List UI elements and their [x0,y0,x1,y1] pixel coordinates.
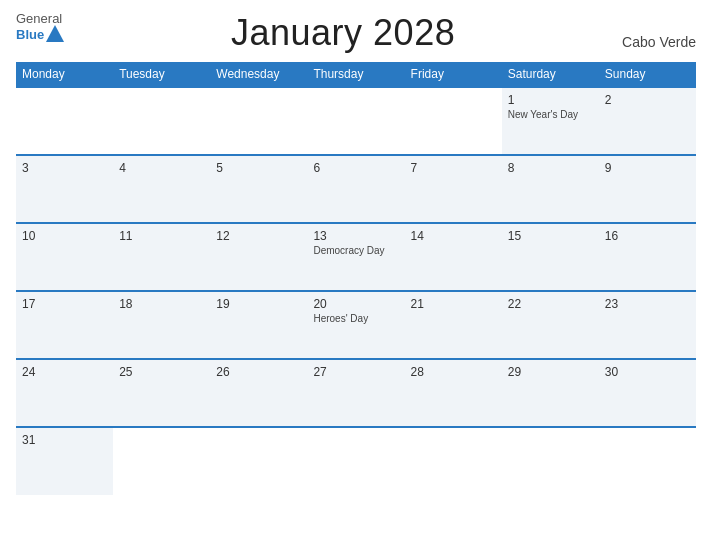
calendar-cell: 21 [405,291,502,359]
calendar-cell [405,427,502,495]
calendar-cell [502,427,599,495]
calendar-cell [307,427,404,495]
calendar-cell: 3 [16,155,113,223]
day-number: 5 [216,161,301,175]
calendar-cell [113,87,210,155]
day-number: 30 [605,365,690,379]
day-number: 21 [411,297,496,311]
day-number: 13 [313,229,398,243]
calendar-title: January 2028 [231,12,455,53]
day-number: 16 [605,229,690,243]
calendar-cell: 12 [210,223,307,291]
calendar-cell: 29 [502,359,599,427]
weekday-header: Wednesday [210,62,307,87]
weekday-header: Sunday [599,62,696,87]
calendar-cell [405,87,502,155]
calendar-cell [210,87,307,155]
calendar-cell: 10 [16,223,113,291]
weekday-header: Friday [405,62,502,87]
day-number: 19 [216,297,301,311]
day-event: New Year's Day [508,109,593,120]
calendar-cell [16,87,113,155]
day-number: 11 [119,229,204,243]
day-number: 4 [119,161,204,175]
day-number: 1 [508,93,593,107]
calendar-cell: 1New Year's Day [502,87,599,155]
calendar-cell: 13Democracy Day [307,223,404,291]
day-number: 14 [411,229,496,243]
calendar-cell: 4 [113,155,210,223]
day-number: 20 [313,297,398,311]
day-number: 18 [119,297,204,311]
calendar-header: MondayTuesdayWednesdayThursdayFridaySatu… [16,62,696,87]
day-number: 6 [313,161,398,175]
calendar-cell: 5 [210,155,307,223]
calendar-cell: 20Heroes' Day [307,291,404,359]
svg-marker-0 [46,25,64,42]
logo: General Blue [16,12,64,43]
weekday-header: Monday [16,62,113,87]
calendar-week-row: 24252627282930 [16,359,696,427]
day-number: 26 [216,365,301,379]
day-number: 8 [508,161,593,175]
day-number: 7 [411,161,496,175]
calendar-table: MondayTuesdayWednesdayThursdayFridaySatu… [16,62,696,495]
day-number: 27 [313,365,398,379]
day-number: 2 [605,93,690,107]
weekday-row: MondayTuesdayWednesdayThursdayFridaySatu… [16,62,696,87]
day-number: 12 [216,229,301,243]
day-number: 3 [22,161,107,175]
calendar-cell: 28 [405,359,502,427]
calendar-cell [307,87,404,155]
calendar-cell: 7 [405,155,502,223]
calendar-cell: 31 [16,427,113,495]
calendar-cell: 8 [502,155,599,223]
weekday-header: Tuesday [113,62,210,87]
calendar-cell: 30 [599,359,696,427]
day-number: 24 [22,365,107,379]
calendar-body: 1New Year's Day2345678910111213Democracy… [16,87,696,495]
calendar-cell: 11 [113,223,210,291]
calendar-cell: 22 [502,291,599,359]
page-header: General Blue January 2028 Cabo Verde [16,12,696,54]
calendar-cell: 17 [16,291,113,359]
calendar-cell: 19 [210,291,307,359]
calendar-cell: 18 [113,291,210,359]
calendar-cell [210,427,307,495]
weekday-header: Saturday [502,62,599,87]
weekday-header: Thursday [307,62,404,87]
day-number: 23 [605,297,690,311]
day-event: Heroes' Day [313,313,398,324]
calendar-cell [113,427,210,495]
day-number: 9 [605,161,690,175]
calendar-cell: 26 [210,359,307,427]
logo-blue-text: Blue [16,28,44,41]
day-number: 15 [508,229,593,243]
calendar-cell: 16 [599,223,696,291]
logo-flag-icon [46,24,64,42]
calendar-week-row: 31 [16,427,696,495]
calendar-cell: 27 [307,359,404,427]
day-number: 25 [119,365,204,379]
calendar-cell: 23 [599,291,696,359]
day-number: 17 [22,297,107,311]
calendar-cell: 14 [405,223,502,291]
calendar-week-row: 3456789 [16,155,696,223]
day-number: 10 [22,229,107,243]
calendar-cell: 6 [307,155,404,223]
calendar-cell: 9 [599,155,696,223]
calendar-week-row: 17181920Heroes' Day212223 [16,291,696,359]
calendar-cell: 24 [16,359,113,427]
country-name: Cabo Verde [622,34,696,54]
calendar-week-row: 1New Year's Day2 [16,87,696,155]
calendar-cell: 25 [113,359,210,427]
day-number: 22 [508,297,593,311]
calendar-cell [599,427,696,495]
day-event: Democracy Day [313,245,398,256]
calendar-week-row: 10111213Democracy Day141516 [16,223,696,291]
calendar-title-block: January 2028 [64,12,622,54]
day-number: 29 [508,365,593,379]
calendar-cell: 15 [502,223,599,291]
day-number: 31 [22,433,107,447]
day-number: 28 [411,365,496,379]
